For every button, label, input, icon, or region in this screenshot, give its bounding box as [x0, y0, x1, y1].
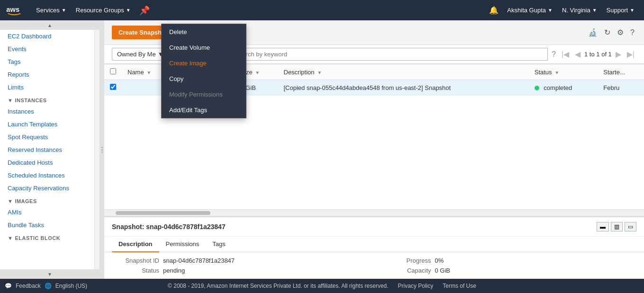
menu-item-delete[interactable]: Delete [162, 24, 246, 40]
notifications-icon[interactable]: 🔔 [485, 6, 502, 15]
user-arrow: ▼ [548, 8, 553, 13]
resource-groups-arrow: ▼ [126, 8, 131, 13]
col-status[interactable]: Status ▼ [529, 64, 598, 80]
refresh-icon[interactable]: ↻ [602, 26, 612, 39]
support-arrow: ▼ [630, 8, 635, 13]
region-arrow: ▼ [592, 8, 597, 13]
prev-page-button[interactable]: ◀ [573, 49, 582, 60]
detail-tabs: Description Permissions Tags [104, 237, 644, 252]
menu-item-create-volume[interactable]: Create Volume [162, 40, 246, 55]
detail-header: Snapshot: snap-04d6c7878f1a23847 ▬ ▥ ▭ [104, 217, 644, 237]
services-arrow: ▼ [62, 8, 66, 13]
images-section-header: ▼ IMAGES [0, 195, 94, 206]
elastic-block-section-header: ▼ ELASTIC BLOCK [0, 231, 94, 243]
elastic-block-collapse-icon[interactable]: ▼ [8, 235, 13, 241]
services-menu[interactable]: Services ▼ [31, 0, 71, 20]
detail-header-icons: ▬ ▥ ▭ [597, 222, 636, 231]
select-all-cell [104, 64, 122, 80]
globe-icon: 🌐 [45, 283, 52, 289]
instances-collapse-icon[interactable]: ▼ [8, 98, 13, 103]
help-icon[interactable]: ? [628, 27, 636, 39]
row-started: Febru [598, 80, 644, 96]
detail-title: Snapshot: snap-04d6c7878f1a23847 [112, 223, 226, 231]
col-started[interactable]: Starte... [598, 64, 644, 80]
detail-capacity-row: Capacity 0 GiB [384, 267, 637, 274]
sidebar-item-instances[interactable]: Instances [0, 105, 94, 118]
sidebar-item-bundle-tasks[interactable]: Bundle Tasks [0, 219, 94, 231]
feedback-icon: 💬 [5, 283, 12, 289]
select-all-checkbox[interactable] [110, 68, 116, 74]
col-description[interactable]: Description ▼ [278, 64, 529, 80]
sidebar-item-dedicated-hosts[interactable]: Dedicated Hosts [0, 156, 94, 169]
next-page-button[interactable]: ▶ [614, 49, 623, 60]
sidebar-item-tags[interactable]: Tags [0, 55, 94, 68]
detail-view-1-button[interactable]: ▬ [597, 222, 609, 231]
sidebar-item-limits[interactable]: Limits [0, 81, 94, 94]
actions-dropdown-menu: Delete Create Volume Create Image Copy M… [161, 24, 246, 118]
svg-text:aws: aws [6, 5, 19, 13]
owned-by-dropdown[interactable]: Owned By Me ▼ [112, 48, 169, 61]
menu-item-create-image[interactable]: Create Image [162, 55, 246, 71]
sidebar-scroll-up[interactable]: ▲ [0, 20, 100, 30]
first-page-button[interactable]: |◀ [560, 49, 571, 60]
resize-handle[interactable] [100, 20, 104, 279]
region-menu[interactable]: N. Virginia ▼ [557, 0, 602, 20]
detail-status-row: Status pending [112, 267, 365, 274]
sidebar-scroll-down[interactable]: ▼ [0, 269, 100, 279]
detail-progress-row: Progress 0% [384, 257, 637, 264]
detail-panel: Snapshot: snap-04d6c7878f1a23847 ▬ ▥ ▭ D… [104, 216, 644, 279]
sidebar-item-reserved-instances[interactable]: Reserved Instances [0, 143, 94, 156]
footer-left: 💬 Feedback 🌐 English (US) [5, 283, 87, 289]
sidebar-item-events[interactable]: Events [0, 43, 94, 55]
sidebar-item-launch-templates[interactable]: Launch Templates [0, 118, 94, 131]
sidebar-item-spot-requests[interactable]: Spot Requests [0, 131, 94, 143]
row-description: [Copied snap-055c44d4abdea4548 from us-e… [278, 80, 529, 96]
last-page-button[interactable]: ▶| [625, 49, 636, 60]
sidebar-item-reports[interactable]: Reports [0, 68, 94, 81]
status-indicator [535, 86, 539, 90]
detail-snapshot-id-row: Snapshot ID snap-04d6c7878f1a23847 [112, 257, 365, 264]
language-link[interactable]: English (US) [55, 283, 87, 289]
support-menu[interactable]: Support ▼ [602, 0, 639, 20]
tab-description[interactable]: Description [112, 237, 159, 252]
main-layout: ▲ EC2 Dashboard Events Tags Reports Limi… [0, 20, 644, 279]
sidebar-item-capacity-reservations[interactable]: Capacity Reservations [0, 182, 94, 195]
resource-groups-menu[interactable]: Resource Groups ▼ [71, 0, 136, 20]
row-checkbox[interactable] [110, 84, 116, 90]
lab-icon[interactable]: 🔬 [586, 26, 599, 39]
copyright-text: © 2008 - 2019, Amazon Internet Services … [168, 283, 389, 289]
menu-item-modify-permissions: Modify Permissions [162, 87, 246, 102]
menu-item-add-edit-tags[interactable]: Add/Edit Tags [162, 102, 246, 118]
detail-view-2-button[interactable]: ▥ [611, 222, 623, 231]
feedback-link[interactable]: Feedback [16, 283, 41, 289]
footer: 💬 Feedback 🌐 English (US) © 2008 - 2019,… [0, 279, 644, 293]
instances-section-header: ▼ INSTANCES [0, 94, 94, 105]
top-navigation: aws Services ▼ Resource Groups ▼ 📌 🔔 Aks… [0, 0, 644, 20]
terms-link[interactable]: Terms of Use [443, 283, 476, 289]
detail-content: Snapshot ID snap-04d6c7878f1a23847 Progr… [104, 252, 644, 279]
search-help-icon[interactable]: ? [552, 50, 556, 59]
aws-logo[interactable]: aws [5, 3, 24, 18]
row-status: completed [529, 80, 598, 96]
pin-icon[interactable]: 📌 [136, 5, 154, 16]
sidebar-item-ec2-dashboard[interactable]: EC2 Dashboard [0, 30, 94, 43]
horizontal-scrollbar[interactable] [104, 209, 644, 216]
toolbar-icons: 🔬 ↻ ⚙ ? [586, 26, 636, 39]
user-menu[interactable]: Akshita Gupta ▼ [502, 0, 557, 20]
tab-tags[interactable]: Tags [206, 237, 232, 252]
scroll-thumb[interactable] [116, 211, 210, 215]
sidebar-item-scheduled-instances[interactable]: Scheduled Instances [0, 169, 94, 182]
sidebar-item-amis[interactable]: AMIs [0, 206, 94, 219]
pagination: |◀ ◀ 1 to 1 of 1 ▶ ▶| [560, 49, 636, 60]
menu-item-copy[interactable]: Copy [162, 71, 246, 87]
pagination-text: 1 to 1 of 1 [584, 51, 612, 58]
images-collapse-icon[interactable]: ▼ [8, 198, 13, 204]
sidebar: EC2 Dashboard Events Tags Reports Limits… [0, 30, 95, 269]
detail-view-3-button[interactable]: ▭ [625, 222, 636, 231]
tab-permissions[interactable]: Permissions [159, 237, 206, 252]
row-checkbox-cell [104, 80, 122, 96]
privacy-link[interactable]: Privacy Policy [398, 283, 434, 289]
gear-icon[interactable]: ⚙ [615, 26, 626, 39]
